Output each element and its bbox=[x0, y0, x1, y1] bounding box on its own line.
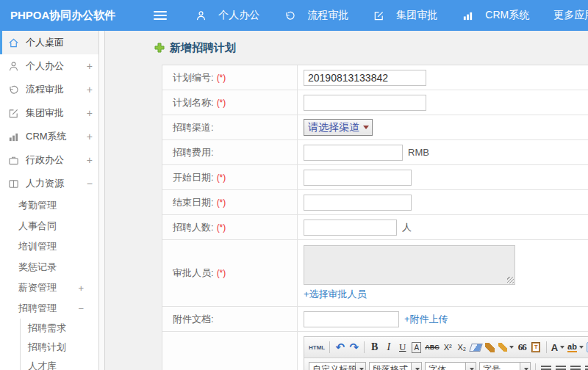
sidebar-item-salary-mgmt[interactable]: 薪资管理 + bbox=[0, 278, 98, 298]
font-family-dropdown[interactable]: 字体 bbox=[425, 362, 476, 370]
resize-handle[interactable] bbox=[507, 277, 514, 283]
sidebar-item-label: 行政办公 bbox=[26, 153, 64, 167]
sidebar-item-talent-pool[interactable]: 人才库 bbox=[21, 357, 98, 370]
topnav-more-apps[interactable]: 更多应用 bbox=[553, 9, 588, 22]
subscript-button[interactable]: X₂ bbox=[456, 340, 467, 355]
paste-text-button[interactable]: T bbox=[531, 340, 542, 355]
topnav-crm-system[interactable]: CRM系统 bbox=[462, 9, 529, 22]
format-brush-button[interactable] bbox=[484, 340, 495, 355]
field-label: 招聘费用: bbox=[162, 140, 298, 164]
field-label: 计划名称: (*) bbox=[162, 90, 298, 115]
editor-toolbar-row2: 自定义标题 段落格式 字体 字号 bbox=[304, 358, 588, 370]
topnav-label: 集团审批 bbox=[396, 9, 437, 22]
form-row-headcount: 招聘人数: (*) 人 bbox=[162, 215, 588, 240]
sidebar-scrollbar[interactable] bbox=[98, 31, 105, 370]
font-size-dropdown[interactable]: 字号 bbox=[479, 362, 531, 370]
highlight-color-button[interactable]: ab bbox=[567, 340, 584, 355]
plan-number-input[interactable] bbox=[304, 70, 426, 86]
form-row-plan-name: 计划名称: (*) bbox=[162, 90, 588, 115]
redo-button[interactable]: ↷ bbox=[348, 340, 359, 355]
sidebar-item-admin-office[interactable]: 行政办公 + bbox=[0, 148, 98, 172]
form-row-recruit-cost: 招聘费用: RMB bbox=[162, 140, 588, 165]
page-title: 新增招聘计划 bbox=[170, 41, 236, 55]
chevron-down-icon bbox=[509, 346, 514, 349]
bar-chart-icon bbox=[462, 10, 474, 22]
sidebar-sub-label: 考勤管理 bbox=[18, 199, 57, 212]
app-logo: PHPOA协同办公软件 bbox=[0, 9, 115, 23]
align-right-button[interactable] bbox=[570, 366, 581, 370]
font-border-button[interactable]: A bbox=[412, 342, 421, 353]
undo-button[interactable]: ↶ bbox=[334, 340, 345, 355]
sidebar-item-recruit-plan[interactable]: 招聘计划 bbox=[21, 338, 98, 357]
superscript-button[interactable]: X² bbox=[442, 340, 453, 355]
sidebar-item-recruit-mgmt[interactable]: 招聘管理 − bbox=[0, 298, 98, 319]
align-center-button[interactable] bbox=[556, 366, 566, 370]
person-suffix: 人 bbox=[402, 221, 412, 234]
sidebar-item-label: 个人桌面 bbox=[26, 36, 64, 49]
sidebar-item-personal-desktop[interactable]: 个人桌面 bbox=[0, 31, 98, 54]
sidebar-sub-label: 人事合同 bbox=[18, 220, 57, 233]
field-label: 结束日期: (*) bbox=[162, 190, 298, 214]
recruit-plan-form: 计划编号: (*) 计划名称: (*) 招聘渠道: 请选择渠道 bbox=[162, 65, 588, 370]
recruit-submenu: 招聘需求 招聘计划 人才库 bbox=[20, 319, 98, 370]
sidebar-item-workflow-approval[interactable]: 流程审批 + bbox=[0, 78, 98, 101]
end-date-input[interactable] bbox=[304, 195, 412, 211]
edit-square-icon bbox=[373, 10, 385, 22]
page-title-bar: 新增招聘计划 bbox=[106, 31, 588, 65]
sidebar-item-personal-office[interactable]: 个人办公 + bbox=[0, 54, 98, 78]
collapse-icon[interactable]: − bbox=[87, 178, 93, 189]
sidebar-item-group-approval[interactable]: 集团审批 + bbox=[0, 101, 98, 125]
channel-select[interactable]: 请选择渠道 bbox=[304, 119, 373, 136]
spray-paint-button[interactable] bbox=[498, 340, 514, 355]
expand-icon[interactable]: + bbox=[87, 154, 93, 166]
italic-button[interactable]: I bbox=[383, 340, 394, 355]
sidebar-item-attendance-mgmt[interactable]: 考勤管理 bbox=[0, 195, 98, 216]
spray-icon bbox=[498, 343, 507, 352]
topnav-personal-office[interactable]: 个人办公 bbox=[195, 9, 259, 22]
sidebar-item-training-mgmt[interactable]: 培训管理 bbox=[0, 236, 98, 257]
attachment-input[interactable] bbox=[304, 311, 399, 327]
sidebar-item-human-resources[interactable]: 人力资源 − bbox=[0, 172, 98, 195]
attachment-upload-link[interactable]: +附件上传 bbox=[404, 313, 448, 326]
bold-button[interactable]: B bbox=[369, 340, 380, 355]
sidebar-item-recruit-demand[interactable]: 招聘需求 bbox=[21, 319, 98, 338]
recruit-cost-input[interactable] bbox=[304, 145, 403, 161]
select-approvers-link[interactable]: +选择审批人员 bbox=[304, 288, 367, 301]
sidebar-sub2-label: 人才库 bbox=[28, 360, 57, 370]
sidebar-item-crm-system[interactable]: CRM系统 + bbox=[0, 125, 98, 148]
sidebar-sub-label: 奖惩记录 bbox=[18, 261, 57, 274]
collapse-icon[interactable]: − bbox=[78, 303, 84, 314]
underline-button[interactable]: U bbox=[397, 340, 408, 355]
align-justify-button[interactable] bbox=[585, 366, 588, 370]
sidebar-sub2-label: 招聘需求 bbox=[28, 322, 66, 335]
expand-icon[interactable]: + bbox=[87, 131, 93, 142]
sidebar-item-reward-punishment[interactable]: 奖惩记录 bbox=[0, 257, 98, 278]
topnav-label: 流程审批 bbox=[307, 9, 348, 22]
custom-title-dropdown[interactable]: 自定义标题 bbox=[309, 362, 366, 370]
headcount-input[interactable] bbox=[304, 220, 397, 236]
html-source-button[interactable]: HTML bbox=[309, 340, 325, 355]
paragraph-format-dropdown[interactable]: 段落格式 bbox=[369, 362, 422, 370]
topnav-group-approval[interactable]: 集团审批 bbox=[373, 9, 437, 22]
person-icon bbox=[195, 10, 207, 22]
blockquote-button[interactable]: 66 bbox=[517, 340, 528, 355]
briefcase-icon bbox=[7, 154, 20, 167]
sidebar-sub-label: 培训管理 bbox=[18, 240, 57, 253]
plan-name-input[interactable] bbox=[304, 95, 426, 111]
expand-icon[interactable]: + bbox=[87, 60, 93, 72]
eraser-button[interactable] bbox=[470, 340, 481, 355]
topnav-label: 个人办公 bbox=[218, 9, 259, 22]
approvers-textarea[interactable] bbox=[304, 245, 515, 285]
sidebar-item-hr-contract[interactable]: 人事合同 bbox=[0, 216, 98, 236]
align-left-button[interactable] bbox=[541, 366, 551, 370]
home-icon bbox=[7, 37, 20, 49]
expand-icon[interactable]: + bbox=[78, 283, 84, 294]
topnav-workflow-approval[interactable]: 流程审批 bbox=[284, 9, 348, 22]
book-icon bbox=[7, 178, 20, 190]
expand-icon[interactable]: + bbox=[87, 107, 93, 119]
menu-toggle-icon[interactable] bbox=[154, 11, 167, 20]
expand-icon[interactable]: + bbox=[87, 84, 93, 95]
font-color-button[interactable]: A bbox=[551, 340, 564, 355]
start-date-input[interactable] bbox=[304, 170, 412, 186]
strikethrough-button[interactable]: ABC bbox=[425, 340, 440, 355]
